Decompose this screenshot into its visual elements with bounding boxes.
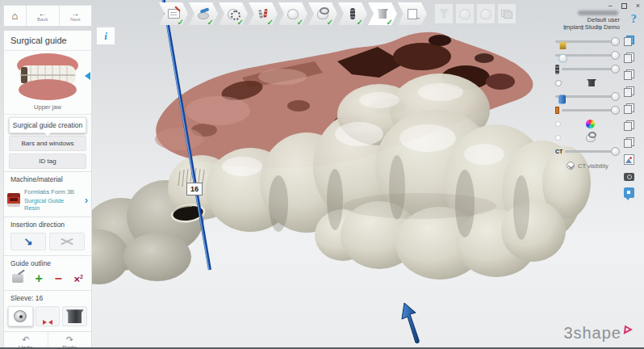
nav-bar: ⌂ ← Back → Next [3, 5, 92, 27]
marker-orange-icon [555, 107, 559, 114]
guide-outline-tools: + − ×2 [4, 270, 91, 290]
row-sleeve-dark[interactable] [555, 76, 618, 90]
next-label: Next [70, 17, 80, 22]
sleeve-blue-icon [558, 95, 566, 103]
redo-icon: ↷ [66, 335, 73, 343]
color-wheel-icon[interactable] [586, 120, 595, 128]
surgical-guide-panel: Surgical guide Upper jaw Surgic [3, 30, 92, 349]
slider-track[interactable] [555, 54, 618, 57]
insertion-arrow-icon: ↘ [24, 237, 33, 246]
slider-knob[interactable] [611, 106, 620, 115]
add-outline-button[interactable]: + [36, 273, 43, 284]
toolbar-step-scans[interactable]: ✓ [189, 2, 218, 25]
slider-row-tooth[interactable] [555, 48, 618, 62]
copy-icon[interactable] [624, 137, 634, 148]
dot-icon[interactable] [555, 121, 561, 127]
slider-knob[interactable] [611, 92, 620, 101]
close-button[interactable]: × [636, 2, 640, 10]
stage-surgical-guide-creation[interactable]: Surgical guide creation [9, 117, 86, 133]
slider-knob[interactable] [611, 65, 620, 74]
sleeve-options [4, 305, 91, 331]
sleeve-large-icon [66, 309, 84, 323]
chevron-down-icon [567, 162, 575, 170]
copy-blue-icon[interactable] [624, 36, 634, 46]
toolbar-step-disabled-tooth-1 [455, 3, 475, 24]
slider-track[interactable] [562, 68, 618, 70]
insertion-direction-tools: ↘ [4, 231, 91, 255]
sleeve-option-arrows[interactable] [36, 306, 61, 326]
ct-visibility-toggle[interactable]: CT visibility [567, 162, 618, 170]
snapshot-icon[interactable] [624, 154, 634, 165]
next-arrow-icon: → [71, 10, 79, 17]
maximize-button[interactable] [621, 3, 627, 9]
thumbnail-caption: Upper jaw [4, 103, 91, 115]
copy-icon[interactable] [624, 69, 634, 80]
slider-row-marker[interactable] [555, 103, 618, 117]
sleeve-header: Sleeve: 16 [4, 290, 91, 305]
set-insertion-direction-button[interactable]: ↘ [10, 233, 46, 250]
tooth-icon [480, 9, 491, 19]
undo-button[interactable]: ↶ Undo [4, 332, 48, 349]
toolbar-step-segmentation[interactable]: ✓ [219, 2, 248, 25]
outline-brush-icon[interactable] [12, 274, 23, 283]
slider-track[interactable] [565, 150, 618, 153]
radio-icon[interactable] [555, 80, 562, 86]
redo-button[interactable]: ↷ Redo [48, 332, 92, 349]
info-button[interactable]: i [96, 27, 115, 45]
sleeve-option-large[interactable] [62, 306, 87, 326]
help-button[interactable]: ? [631, 12, 638, 26]
toolbar-step-order[interactable]: ✓ [159, 2, 188, 25]
copy-icon[interactable] [624, 86, 634, 97]
slider-row-implant[interactable] [555, 62, 618, 76]
undo-label: Undo [19, 344, 33, 349]
toolbar-step-export[interactable] [398, 2, 427, 25]
slider-track[interactable] [555, 95, 618, 98]
slider-track[interactable] [562, 109, 618, 111]
implant-dark-icon [555, 65, 559, 74]
minimize-button[interactable]: – [608, 2, 613, 10]
toolbar-step-implant-planning[interactable]: ✓ [249, 2, 278, 25]
home-button[interactable]: ⌂ [4, 6, 27, 26]
sleeve-option-disc[interactable] [8, 306, 33, 326]
row-color-wheel[interactable] [555, 117, 618, 131]
slider-row-ct[interactable]: CT [555, 145, 618, 158]
stage-bars-and-windows[interactable]: Bars and windows [9, 136, 86, 151]
camera-icon[interactable] [624, 173, 634, 181]
slider-knob[interactable] [611, 51, 620, 60]
slider-row-sleeve-blue[interactable] [555, 90, 618, 103]
copy-icon[interactable] [624, 53, 634, 63]
chevron-right-icon: › [85, 196, 88, 204]
printer-material-selector[interactable]: Formlabs Form 3B Surgical Guide Resin › [4, 186, 91, 217]
copy-icon[interactable] [624, 103, 634, 114]
dot-icon[interactable] [555, 135, 561, 141]
toolbar-step-guide[interactable]: ✓ [308, 2, 337, 25]
chat-icon[interactable] [624, 187, 634, 198]
slider-knob[interactable] [611, 147, 620, 156]
toolbar-step-implant[interactable]: ✓ [338, 2, 367, 25]
collapse-arrow-icon[interactable] [85, 72, 90, 80]
funnel-icon [439, 9, 450, 19]
slider-knob[interactable] [611, 37, 620, 46]
toolbar-step-sleeve-selected[interactable]: ✓ [368, 2, 397, 25]
copy-icon[interactable] [624, 120, 634, 131]
insertion-direction-header: Insertion direction [4, 217, 91, 231]
delete-outline-button[interactable]: ×2 [73, 271, 83, 285]
back-button[interactable]: ← Back [27, 6, 60, 26]
slider-row-sleeve-gold[interactable] [555, 35, 618, 48]
slider-track[interactable] [555, 40, 618, 43]
viewport-3d-scene[interactable] [0, 0, 644, 349]
sleeve-dark-icon [587, 79, 596, 86]
jaw-thumbnail[interactable] [4, 51, 91, 103]
tooth-icon [459, 9, 470, 19]
row-tooth-sleeve[interactable] [555, 131, 618, 145]
redo-label: Redo [62, 344, 77, 349]
workflow-toolbar: ✓ ✓ ✓ ✓ ✓ ✓ ✓ ✓ [159, 2, 516, 25]
toolbar-step-disabled-split [497, 3, 516, 24]
insertion-tool-disabled-button [49, 233, 85, 250]
next-button[interactable]: → Next [60, 6, 92, 26]
sleeve-disc-icon [14, 310, 27, 322]
toolbar-step-crown[interactable]: ✓ [278, 2, 307, 25]
history-bar: ↶ Undo ↷ Redo [4, 331, 91, 349]
remove-outline-button[interactable]: − [55, 273, 62, 284]
stage-id-tag[interactable]: ID tag [9, 153, 86, 169]
